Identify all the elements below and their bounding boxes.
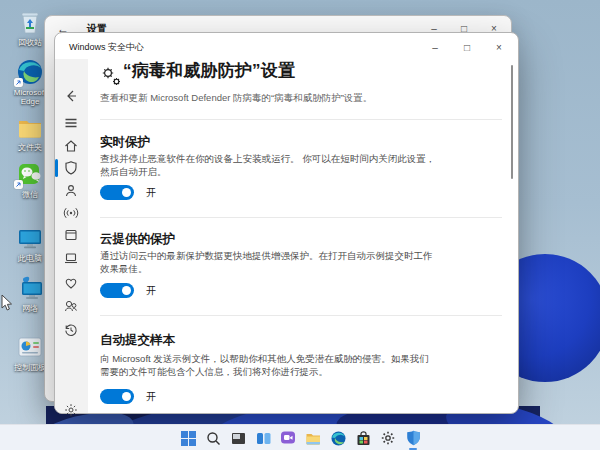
scrollbar[interactable] <box>511 65 513 179</box>
gears-icon <box>100 65 122 87</box>
toggle-state-label: 开 <box>146 186 156 200</box>
divider <box>100 217 502 218</box>
toggle-state-label: 开 <box>146 284 156 298</box>
network-icon <box>16 274 44 302</box>
section-heading-realtime: 实时保护 <box>100 134 150 151</box>
section-heading-cloud: 云提供的保护 <box>100 231 175 248</box>
section-heading-sample: 自动提交样本 <box>100 332 175 349</box>
edge-icon[interactable] <box>329 429 347 447</box>
history-clock-icon[interactable] <box>63 322 79 338</box>
selected-indicator <box>55 159 58 177</box>
toggle-switch-on[interactable] <box>100 389 134 404</box>
taskbar <box>0 424 600 450</box>
page-subtitle: 查看和更新 Microsoft Defender 防病毒的“病毒和威胁防护”设置… <box>100 92 372 105</box>
toggle-state-label: 开 <box>146 390 156 404</box>
desktop: 回收站 Microsoft Edge 文件夹 微信 <box>0 0 600 450</box>
folder-icon <box>16 113 44 141</box>
edge-icon <box>16 58 44 86</box>
wechat-icon <box>16 160 44 188</box>
chat-icon[interactable] <box>279 429 297 447</box>
windows-security-icon[interactable] <box>404 429 422 447</box>
divider <box>100 315 502 316</box>
settings-gear-icon[interactable] <box>379 429 397 447</box>
gear-icon[interactable] <box>63 402 79 418</box>
shortcut-arrow-icon <box>14 78 23 87</box>
section-description: 通过访问云中的最新保护数据更快地提供增强保护。在打开自动示例提交时工作效果最佳。 <box>100 249 436 275</box>
task-view-icon[interactable] <box>254 429 272 447</box>
control-panel-icon <box>16 333 44 361</box>
app-browser-icon[interactable] <box>63 227 79 243</box>
maximize-button[interactable]: □ <box>460 41 474 55</box>
shield-icon[interactable] <box>63 160 79 176</box>
page-title: “病毒和威胁防护”设置 <box>123 59 295 82</box>
minimize-button[interactable]: – <box>428 41 442 55</box>
family-options-icon[interactable] <box>63 298 79 314</box>
store-icon[interactable] <box>354 429 372 447</box>
section-description: 查找并停止恶意软件在你的设备上安装或运行。 你可以在短时间内关闭此设置，然后自动… <box>100 152 436 178</box>
file-explorer-icon[interactable] <box>304 429 322 447</box>
toggle-switch-on[interactable] <box>100 283 134 298</box>
security-content: “病毒和威胁防护”设置 查看和更新 Microsoft Defender 防病毒… <box>88 59 518 413</box>
toggle-switch-on[interactable] <box>100 185 134 200</box>
home-icon[interactable] <box>63 138 79 154</box>
realtime-protection-toggle[interactable]: 开 <box>100 185 156 200</box>
recycle-bin-icon <box>16 8 44 36</box>
person-icon[interactable] <box>63 183 79 199</box>
menu-icon[interactable] <box>63 115 79 131</box>
health-heart-icon[interactable] <box>63 275 79 291</box>
network-signal-icon[interactable] <box>63 205 79 221</box>
cloud-protection-toggle[interactable]: 开 <box>100 283 156 298</box>
close-button[interactable]: × <box>492 41 506 55</box>
this-pc-icon <box>16 224 44 252</box>
window-title: Windows 安全中心 <box>69 41 144 54</box>
device-laptop-icon[interactable] <box>63 250 79 266</box>
desktop-app-icon[interactable] <box>229 429 247 447</box>
section-description: 向 Microsoft 发送示例文件，以帮助你和其他人免受潜在威胁的侵害。如果我… <box>100 352 436 378</box>
back-icon[interactable] <box>63 88 79 104</box>
shortcut-arrow-icon <box>14 180 23 189</box>
divider <box>100 119 502 120</box>
search-icon[interactable] <box>204 429 222 447</box>
start-button[interactable] <box>179 429 197 447</box>
windows-security-window: Windows 安全中心 – □ × <box>54 32 519 414</box>
security-sidebar <box>55 59 88 413</box>
sample-submission-toggle[interactable]: 开 <box>100 389 156 404</box>
